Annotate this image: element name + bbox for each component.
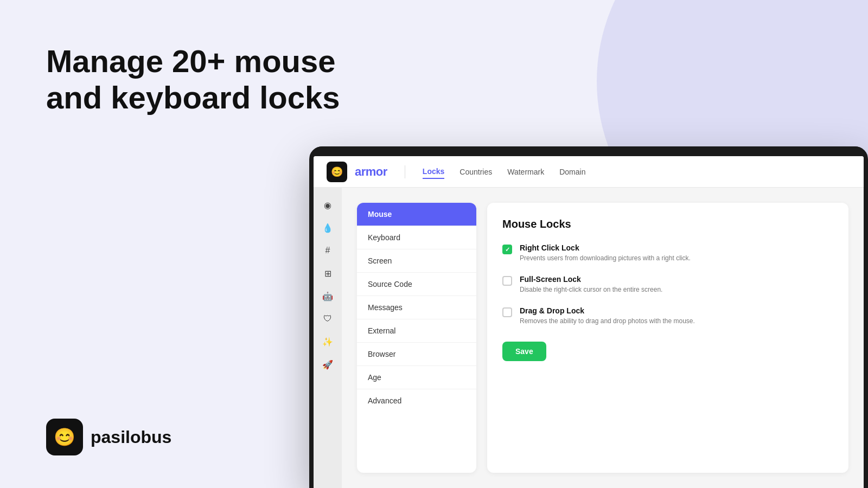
right-click-info: Right Click Lock Prevents users from dow… bbox=[520, 243, 691, 263]
wifi-icon[interactable]: ◉ bbox=[318, 195, 337, 215]
right-click-name: Right Click Lock bbox=[520, 243, 691, 252]
robot-icon[interactable]: 🤖 bbox=[318, 286, 337, 306]
nav-header: 😊 armor Locks Countries Watermark Domain bbox=[314, 156, 864, 188]
nav-tabs: Locks Countries Watermark Domain bbox=[423, 165, 586, 179]
menu-item-browser[interactable]: Browser bbox=[357, 343, 476, 366]
fullscreen-name: Full-Screen Lock bbox=[520, 275, 662, 284]
dragdrop-name: Drag & Drop Lock bbox=[520, 306, 695, 315]
hero-title: Manage 20+ mouse and keyboard locks bbox=[46, 43, 350, 115]
dragdrop-checkbox[interactable] bbox=[502, 307, 512, 317]
brand-section: 😊 pasilobus bbox=[46, 419, 171, 455]
hero-section: Manage 20+ mouse and keyboard locks bbox=[46, 43, 350, 115]
fullscreen-info: Full-Screen Lock Disable the right-click… bbox=[520, 275, 662, 294]
menu-item-messages[interactable]: Messages bbox=[357, 296, 476, 319]
right-click-desc: Prevents users from downloading pictures… bbox=[520, 254, 691, 263]
icon-sidebar: ◉ 💧 # ⊞ 🤖 🛡 ✨ 🚀 bbox=[314, 188, 342, 488]
tab-watermark[interactable]: Watermark bbox=[507, 165, 544, 178]
app-window: 😊 armor Locks Countries Watermark Domain… bbox=[309, 146, 868, 488]
tab-countries[interactable]: Countries bbox=[459, 165, 492, 178]
nav-divider bbox=[405, 165, 405, 178]
brand-name: pasilobus bbox=[91, 427, 171, 447]
menu-item-keyboard[interactable]: Keyboard bbox=[357, 226, 476, 249]
brand-logo-emoji: 😊 bbox=[54, 427, 75, 447]
hash-icon[interactable]: # bbox=[318, 241, 337, 260]
crop-icon[interactable]: ⊞ bbox=[318, 264, 337, 283]
save-button[interactable]: Save bbox=[502, 342, 546, 361]
locks-panel-title: Mouse Locks bbox=[502, 218, 833, 230]
locks-panel: Mouse Locks ✓ Right Click Lock Prevents … bbox=[487, 203, 848, 473]
rocket-icon[interactable]: 🚀 bbox=[318, 355, 337, 374]
tab-domain[interactable]: Domain bbox=[559, 165, 585, 178]
lock-item-fullscreen: Full-Screen Lock Disable the right-click… bbox=[502, 275, 833, 294]
nav-logo-container: 😊 armor bbox=[327, 162, 387, 182]
app-inner: 😊 armor Locks Countries Watermark Domain… bbox=[314, 156, 864, 488]
menu-item-age[interactable]: Age bbox=[357, 366, 476, 389]
nav-brand-text: armor bbox=[355, 165, 387, 179]
menu-item-external[interactable]: External bbox=[357, 319, 476, 343]
menu-item-source-code[interactable]: Source Code bbox=[357, 273, 476, 296]
menu-item-mouse[interactable]: Mouse bbox=[357, 203, 476, 226]
fullscreen-checkbox[interactable] bbox=[502, 276, 512, 286]
device-topbar bbox=[309, 146, 868, 156]
menu-item-screen[interactable]: Screen bbox=[357, 249, 476, 273]
drop-icon[interactable]: 💧 bbox=[318, 218, 337, 237]
menu-panel: Mouse Keyboard Screen Source Code Messag… bbox=[357, 203, 476, 473]
main-content: ◉ 💧 # ⊞ 🤖 🛡 ✨ 🚀 Mouse Keyboard Screen So… bbox=[314, 188, 864, 488]
magic-icon[interactable]: ✨ bbox=[318, 332, 337, 351]
shield-icon[interactable]: 🛡 bbox=[318, 309, 337, 329]
menu-item-advanced[interactable]: Advanced bbox=[357, 389, 476, 412]
nav-logo-box: 😊 bbox=[327, 162, 347, 182]
nav-logo-emoji: 😊 bbox=[331, 166, 343, 178]
lock-item-dragdrop: Drag & Drop Lock Removes the ability to … bbox=[502, 306, 833, 326]
tab-locks[interactable]: Locks bbox=[423, 165, 444, 179]
dragdrop-desc: Removes the ability to drag and drop pho… bbox=[520, 317, 695, 326]
lock-item-right-click: ✓ Right Click Lock Prevents users from d… bbox=[502, 243, 833, 263]
dragdrop-info: Drag & Drop Lock Removes the ability to … bbox=[520, 306, 695, 326]
brand-logo: 😊 bbox=[46, 419, 83, 455]
fullscreen-desc: Disable the right-click cursor on the en… bbox=[520, 285, 662, 294]
content-area: Mouse Keyboard Screen Source Code Messag… bbox=[342, 188, 864, 488]
right-click-checkbox[interactable]: ✓ bbox=[502, 245, 512, 254]
